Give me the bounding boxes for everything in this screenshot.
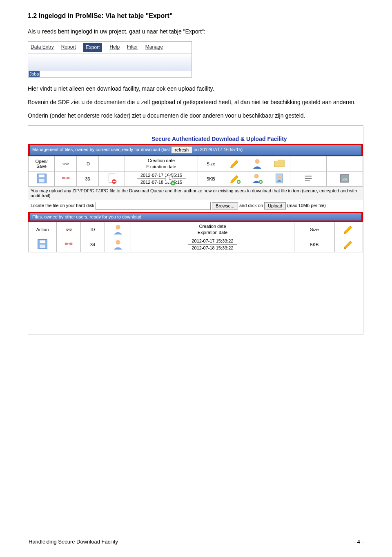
id-cell: 36	[77, 171, 99, 186]
col-blank-2	[327, 156, 363, 171]
col-size: Size	[294, 222, 335, 237]
pencil-add-icon	[228, 172, 242, 185]
svg-rect-3	[39, 179, 44, 182]
glasses-small-icon	[59, 172, 73, 185]
id-cell: 34	[81, 237, 105, 252]
svg-rect-4	[62, 177, 65, 179]
locate-row: Locate the file on your hard disk Browse…	[28, 200, 363, 212]
svg-point-0	[255, 159, 259, 163]
glasses-cell[interactable]	[55, 171, 77, 186]
section1-bar-text-prefix: Management of files, owned by current us…	[32, 147, 170, 152]
pencil-cell[interactable]	[335, 237, 363, 252]
user-add-cell[interactable]	[246, 171, 268, 186]
hdr-expiration: Expiration date	[127, 164, 196, 169]
row2-created: 2012-07-17 15:33:22	[133, 238, 292, 244]
user-icon	[250, 157, 264, 169]
empty-area	[28, 252, 363, 334]
tab-report[interactable]: Report	[61, 43, 76, 52]
table-row: 34 2012-07-17 15:33:22 2012-07-18 15:33:…	[29, 237, 363, 252]
upload-note: You may upload any ZIP/PDF/GIF/JPG file …	[28, 187, 363, 200]
disk-save-icon	[35, 172, 49, 185]
hdr-creation: Creation date	[127, 158, 196, 163]
tab-filter[interactable]: Filter	[127, 43, 138, 52]
svg-rect-27	[40, 245, 45, 248]
pencil-add-cell[interactable]	[224, 171, 246, 186]
col-owner	[105, 222, 131, 237]
col-id: ID	[81, 222, 105, 237]
hdr2-expiration: Expiration date	[133, 229, 292, 235]
browse-button[interactable]: Browse...	[212, 202, 238, 209]
section-heading: 1.2 Ingelogd in ProMISe: Via het tabje "…	[28, 12, 364, 20]
paragraph-4: Onderin (onder het onderste rode kader) …	[28, 112, 364, 120]
dates-cell: 2012-07-17 16:55:15 2012-07-18 16:55:15	[125, 171, 198, 186]
svg-point-31	[116, 240, 120, 244]
col-id: ID	[77, 156, 99, 171]
log-icon: LOG	[338, 172, 352, 185]
lines-cell[interactable]	[290, 171, 327, 186]
table-header-row: Open/ Save 👓 ID Creation date Expiration…	[29, 156, 363, 171]
clock-add-icon[interactable]	[163, 174, 177, 186]
col-creation-date: Creation date Expiration date	[125, 156, 198, 171]
glasses-icon: 👓	[65, 226, 72, 233]
refresh-button[interactable]: refresh	[171, 146, 192, 154]
pencil-icon	[342, 238, 356, 250]
col-user	[246, 156, 268, 171]
svg-rect-29	[69, 243, 73, 245]
row2-expires: 2012-07-18 15:33:22	[133, 245, 292, 251]
glasses-small-icon	[62, 238, 76, 250]
section1-bar-text-suffix: on 2012/07/17 16:55:15)	[194, 147, 243, 152]
svg-rect-2	[39, 174, 44, 177]
log-cell[interactable]: LOG	[327, 171, 363, 186]
file-path-input[interactable]	[96, 202, 211, 210]
size-cell: 5KB	[198, 171, 224, 186]
upload-button[interactable]: Upload	[264, 202, 286, 209]
owner-small-icon	[111, 238, 125, 250]
col-action: Action	[29, 222, 57, 237]
tab-manage[interactable]: Manage	[145, 43, 163, 52]
row1-expires: 2012-07-18 16:55:15	[127, 179, 196, 185]
svg-rect-26	[40, 240, 45, 243]
col-doc-icon	[99, 156, 125, 171]
tab-help[interactable]: Help	[109, 43, 120, 52]
and-click-text: and click on	[239, 203, 264, 208]
document-remove-icon	[105, 172, 119, 185]
col-pencil	[224, 156, 246, 171]
owner-cell[interactable]	[105, 237, 131, 252]
subtab-jobs[interactable]: Jobs	[29, 71, 40, 77]
folder-icon	[272, 157, 286, 169]
glasses-cell[interactable]	[57, 237, 81, 252]
disk-save-icon	[36, 238, 49, 250]
owned-files-table: Open/ Save 👓 ID Creation date Expiration…	[28, 156, 363, 187]
pencil-icon	[342, 223, 356, 235]
row1-created: 2012-07-17 16:55:15	[127, 172, 196, 178]
paragraph-2: Hier vindt u niet alleen een download fa…	[28, 85, 364, 93]
tabs-row: Data Entry Report Export Help Filter Man…	[28, 42, 192, 53]
action-cell[interactable]	[29, 237, 57, 252]
pencil-icon	[228, 157, 242, 169]
locate-label: Locate the file on your hard disk	[31, 203, 94, 208]
table-row: 36 2012-07-17 16:55:15 2012-07-18 16:55:…	[29, 171, 363, 186]
tab-export[interactable]: Export	[83, 43, 102, 52]
paragraph-3: Bovenin de SDF ziet u de documenten die …	[28, 98, 364, 106]
paragraph-intro: Als u reeds bent ingelogd in uw project,…	[28, 28, 364, 36]
open-save-cell[interactable]	[29, 171, 55, 186]
tabs-body	[28, 53, 192, 71]
section1-header-bar: Management of files, owned by current us…	[28, 144, 363, 156]
notebook-user-cell[interactable]	[268, 171, 290, 186]
svg-rect-9	[112, 181, 116, 182]
svg-rect-5	[66, 177, 69, 179]
col-creation-date: Creation date Expiration date	[131, 222, 294, 237]
notebook-user-icon	[272, 172, 286, 185]
footer-page-number: - 4 -	[354, 539, 363, 545]
doc-remove-cell[interactable]	[99, 171, 125, 186]
list-icon	[301, 172, 315, 185]
section2-header-bar: Files, owned by other users, ready for y…	[28, 212, 363, 222]
panel-title: Secure Authenticated Download & Upload F…	[151, 136, 287, 142]
sdf-panel: Secure Authenticated Download & Upload F…	[28, 125, 363, 334]
tab-data-entry[interactable]: Data Entry	[31, 43, 54, 52]
section2-bar-text: Files, owned by other users, ready for y…	[32, 214, 141, 219]
col-glasses: 👓	[57, 222, 81, 237]
others-files-table: Action 👓 ID Creation date Expiration dat…	[28, 222, 363, 252]
col-pencil	[335, 222, 363, 237]
svg-text:LOG: LOG	[342, 178, 347, 180]
